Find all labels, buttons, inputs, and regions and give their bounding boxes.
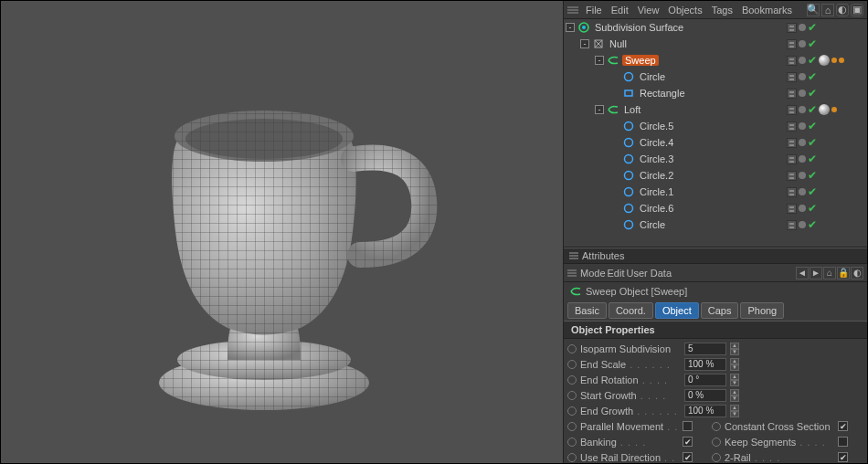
material-tag-icon[interactable] — [831, 58, 837, 63]
keyframe-dot-icon[interactable] — [567, 391, 577, 400]
grip-icon[interactable] — [567, 6, 578, 14]
prop-input[interactable] — [684, 343, 726, 355]
layer-dot-icon[interactable] — [799, 221, 806, 228]
visibility-toggle-icon[interactable] — [787, 220, 797, 230]
om-menu-bookmarks[interactable]: Bookmarks — [738, 4, 796, 16]
enable-check-icon[interactable]: ✔ — [808, 89, 817, 98]
spinner-icon[interactable]: ▲▼ — [730, 374, 739, 386]
nav-up-icon[interactable]: ⌂ — [823, 267, 836, 279]
prop-input[interactable] — [684, 389, 726, 402]
layer-dot-icon[interactable] — [799, 73, 806, 80]
visibility-toggle-icon[interactable] — [787, 23, 797, 33]
layer-dot-icon[interactable] — [799, 139, 806, 146]
new-window-icon[interactable]: ▣ — [851, 4, 863, 16]
tab-caps[interactable]: Caps — [701, 302, 739, 319]
layer-dot-icon[interactable] — [799, 155, 806, 163]
visibility-toggle-icon[interactable] — [787, 89, 797, 99]
visibility-toggle-icon[interactable] — [787, 56, 797, 66]
keyframe-dot-icon[interactable] — [567, 422, 577, 431]
checkbox[interactable] — [838, 452, 848, 462]
visibility-toggle-icon[interactable] — [787, 171, 797, 181]
material-tag-icon[interactable] — [831, 107, 837, 112]
tree-toggle-icon[interactable]: - — [595, 105, 604, 114]
tree-toggle-icon[interactable]: - — [566, 23, 575, 32]
viewport[interactable] — [1, 1, 564, 463]
prop-input[interactable] — [684, 358, 726, 371]
attr-menu-mode[interactable]: Mode — [580, 268, 606, 279]
enable-check-icon[interactable]: ✔ — [808, 138, 817, 147]
nav-back-icon[interactable]: ◄ — [796, 267, 809, 279]
layer-dot-icon[interactable] — [799, 172, 806, 179]
enable-check-icon[interactable]: ✔ — [808, 39, 817, 48]
object-manager-tree[interactable]: -Subdivision Surface-Null-SweepCircleRec… — [564, 19, 867, 248]
tab-object[interactable]: Object — [655, 302, 699, 319]
tab-coord[interactable]: Coord. — [609, 302, 653, 319]
checkbox[interactable] — [683, 437, 693, 447]
keyframe-dot-icon[interactable] — [567, 406, 577, 416]
tab-basic[interactable]: Basic — [567, 302, 607, 319]
layer-dot-icon[interactable] — [799, 40, 806, 47]
prop-input[interactable] — [684, 405, 726, 417]
phong-tag-icon[interactable] — [819, 55, 830, 66]
om-menu-tags[interactable]: Tags — [708, 4, 736, 16]
spinner-icon[interactable]: ▲▼ — [730, 343, 739, 355]
visibility-toggle-icon[interactable] — [787, 72, 797, 82]
layer-dot-icon[interactable] — [799, 122, 806, 130]
layer-dot-icon[interactable] — [799, 205, 806, 212]
keyframe-dot-icon[interactable] — [567, 344, 577, 353]
visibility-toggle-icon[interactable] — [787, 39, 797, 49]
enable-check-icon[interactable]: ✔ — [808, 56, 817, 65]
keyframe-dot-icon[interactable] — [712, 453, 721, 462]
tab-phong[interactable]: Phong — [740, 302, 784, 319]
material-tag-icon[interactable] — [839, 58, 844, 63]
keyframe-dot-icon[interactable] — [712, 422, 721, 431]
checkbox[interactable] — [683, 421, 693, 431]
visibility-toggle-icon[interactable] — [787, 121, 797, 132]
eye-icon[interactable]: ◐ — [836, 4, 849, 16]
nav-fwd-icon[interactable]: ► — [810, 267, 822, 279]
tree-toggle-icon[interactable]: - — [595, 56, 604, 65]
eye-icon[interactable]: ◐ — [851, 267, 863, 279]
om-menu-file[interactable]: File — [582, 4, 606, 16]
checkbox[interactable] — [683, 452, 693, 462]
search-icon[interactable]: 🔍 — [807, 4, 820, 16]
attr-menu-edit[interactable]: Edit — [608, 268, 625, 279]
visibility-toggle-icon[interactable] — [787, 105, 797, 115]
om-menu-objects[interactable]: Objects — [664, 4, 705, 16]
enable-check-icon[interactable]: ✔ — [808, 171, 817, 180]
home-icon[interactable]: ⌂ — [821, 4, 834, 16]
om-menu-edit[interactable]: Edit — [608, 4, 632, 16]
enable-check-icon[interactable]: ✔ — [808, 23, 817, 32]
prop-input[interactable] — [684, 374, 726, 386]
attr-menu-userdata[interactable]: User Data — [627, 268, 672, 279]
spinner-icon[interactable]: ▲▼ — [730, 405, 739, 417]
enable-check-icon[interactable]: ✔ — [808, 121, 817, 131]
enable-check-icon[interactable]: ✔ — [808, 72, 817, 81]
visibility-toggle-icon[interactable] — [787, 204, 797, 214]
phong-tag-icon[interactable] — [819, 104, 830, 115]
enable-check-icon[interactable]: ✔ — [808, 105, 817, 114]
keyframe-dot-icon[interactable] — [567, 360, 577, 369]
keyframe-dot-icon[interactable] — [712, 438, 721, 447]
visibility-toggle-icon[interactable] — [787, 138, 797, 148]
enable-check-icon[interactable]: ✔ — [808, 187, 817, 196]
tree-toggle-icon[interactable]: - — [580, 39, 589, 48]
enable-check-icon[interactable]: ✔ — [808, 220, 817, 229]
keyframe-dot-icon[interactable] — [567, 375, 577, 385]
keyframe-dot-icon[interactable] — [567, 438, 577, 447]
spinner-icon[interactable]: ▲▼ — [730, 358, 739, 371]
layer-dot-icon[interactable] — [799, 57, 806, 64]
visibility-toggle-icon[interactable] — [787, 187, 797, 197]
lock-icon[interactable]: 🔒 — [837, 267, 850, 279]
visibility-toggle-icon[interactable] — [787, 154, 797, 164]
layer-dot-icon[interactable] — [799, 188, 806, 195]
layer-dot-icon[interactable] — [799, 24, 806, 31]
checkbox[interactable] — [838, 437, 848, 447]
enable-check-icon[interactable]: ✔ — [808, 204, 817, 213]
keyframe-dot-icon[interactable] — [567, 453, 577, 462]
layer-dot-icon[interactable] — [799, 90, 806, 97]
om-menu-view[interactable]: View — [634, 4, 663, 16]
spinner-icon[interactable]: ▲▼ — [730, 389, 739, 402]
enable-check-icon[interactable]: ✔ — [808, 154, 817, 163]
layer-dot-icon[interactable] — [799, 106, 806, 113]
